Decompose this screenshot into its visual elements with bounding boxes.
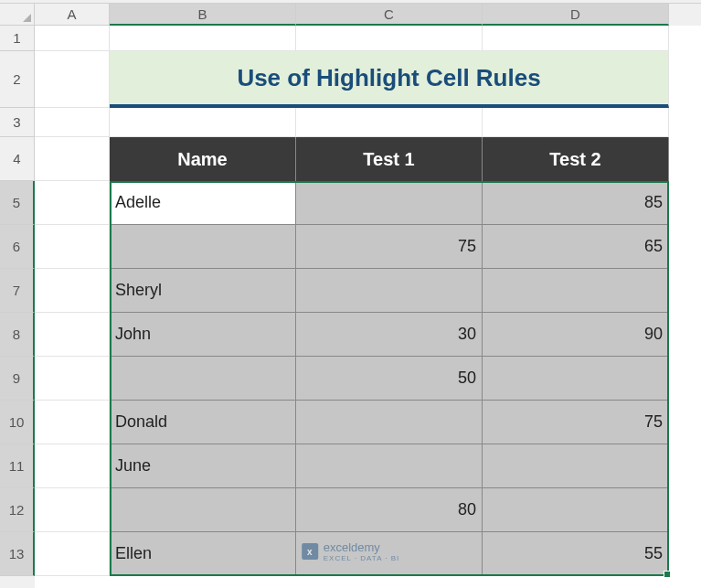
column-header-b[interactable]: B <box>110 4 296 26</box>
cell-b12[interactable] <box>110 488 296 532</box>
cell-c1[interactable] <box>296 26 483 51</box>
cell-c11[interactable] <box>296 444 483 488</box>
row-header-1[interactable]: 1 <box>0 26 35 51</box>
cell-a11[interactable] <box>35 444 110 488</box>
cell-d1[interactable] <box>483 26 669 51</box>
row-header-8[interactable]: 8 <box>0 313 35 357</box>
cell-b6[interactable] <box>110 225 296 269</box>
column-header-a[interactable]: A <box>35 4 110 26</box>
cell-c10[interactable] <box>296 401 483 444</box>
row-12: 80 <box>35 488 701 532</box>
spreadsheet: A B C D 1 2 3 4 5 6 7 8 9 10 11 12 13 <box>0 0 701 588</box>
row-13: Ellen 55 <box>35 532 701 576</box>
cell-d3[interactable] <box>483 108 669 137</box>
row-4: Name Test 1 Test 2 <box>35 137 701 181</box>
cell-c9[interactable]: 50 <box>296 357 483 401</box>
cell-a6[interactable] <box>35 225 110 269</box>
cell-a2[interactable] <box>35 51 110 108</box>
row-header-13[interactable]: 13 <box>0 532 35 576</box>
cell-d9[interactable] <box>483 357 669 401</box>
cell-b3[interactable] <box>110 108 296 137</box>
row-2: Use of Highlight Cell Rules <box>35 51 701 108</box>
cell-b10[interactable]: Donald <box>110 401 296 444</box>
cell-b5[interactable]: Adelle <box>110 181 296 225</box>
grid: Use of Highlight Cell Rules Name Test 1 … <box>35 26 701 588</box>
cell-c5[interactable] <box>296 181 483 225</box>
row-3 <box>35 108 701 137</box>
cell-a12[interactable] <box>35 488 110 532</box>
cell-a8[interactable] <box>35 313 110 357</box>
cell-d6[interactable]: 65 <box>483 225 669 269</box>
row-7: Sheryl <box>35 269 701 313</box>
header-name[interactable]: Name <box>110 137 296 181</box>
cell-c12[interactable]: 80 <box>296 488 483 532</box>
row-11: June <box>35 444 701 488</box>
row-9: 50 <box>35 357 701 401</box>
cell-a4[interactable] <box>35 137 110 181</box>
cell-d13[interactable]: 55 <box>483 532 669 576</box>
row-10: Donald 75 <box>35 401 701 444</box>
column-header-c[interactable]: C <box>296 4 483 26</box>
row-header-7[interactable]: 7 <box>0 269 35 313</box>
title-band[interactable]: Use of Highlight Cell Rules <box>110 51 669 108</box>
header-test2[interactable]: Test 2 <box>483 137 669 181</box>
cell-b11[interactable]: June <box>110 444 296 488</box>
cell-d12[interactable] <box>483 488 669 532</box>
cell-b8[interactable]: John <box>110 313 296 357</box>
row-header-3[interactable]: 3 <box>0 108 35 137</box>
cell-b13[interactable]: Ellen <box>110 532 296 576</box>
cell-c8[interactable]: 30 <box>296 313 483 357</box>
row-6: 75 65 <box>35 225 701 269</box>
cell-a3[interactable] <box>35 108 110 137</box>
row-header-6[interactable]: 6 <box>0 225 35 269</box>
row-headers: 1 2 3 4 5 6 7 8 9 10 11 12 13 <box>0 26 35 588</box>
row-5: Adelle 85 <box>35 181 701 225</box>
cell-a13[interactable] <box>35 532 110 576</box>
cell-d10[interactable]: 75 <box>483 401 669 444</box>
cell-c7[interactable] <box>296 269 483 313</box>
row-header-4[interactable]: 4 <box>0 137 35 181</box>
cell-a10[interactable] <box>35 401 110 444</box>
cell-b7[interactable]: Sheryl <box>110 269 296 313</box>
cell-d11[interactable] <box>483 444 669 488</box>
row-header-10[interactable]: 10 <box>0 401 35 444</box>
row-header-9[interactable]: 9 <box>0 357 35 401</box>
cell-b1[interactable] <box>110 26 296 51</box>
header-test1[interactable]: Test 1 <box>296 137 483 181</box>
row-header-5[interactable]: 5 <box>0 181 35 225</box>
column-headers: A B C D <box>0 4 701 26</box>
row-8: John 30 90 <box>35 313 701 357</box>
cell-d8[interactable]: 90 <box>483 313 669 357</box>
cell-c13[interactable] <box>296 532 483 576</box>
cell-a1[interactable] <box>35 26 110 51</box>
row-header-12[interactable]: 12 <box>0 488 35 532</box>
cell-c3[interactable] <box>296 108 483 137</box>
column-header-d[interactable]: D <box>483 4 669 26</box>
cell-c6[interactable]: 75 <box>296 225 483 269</box>
row-header-11[interactable]: 11 <box>0 444 35 488</box>
title-text: Use of Highlight Cell Rules <box>237 64 540 92</box>
row-1 <box>35 26 701 51</box>
row-header-2[interactable]: 2 <box>0 51 35 108</box>
cell-b9[interactable] <box>110 357 296 401</box>
cell-a5[interactable] <box>35 181 110 225</box>
select-all-corner[interactable] <box>0 4 35 26</box>
cell-a9[interactable] <box>35 357 110 401</box>
cell-d7[interactable] <box>483 269 669 313</box>
cell-a7[interactable] <box>35 269 110 313</box>
cell-d5[interactable]: 85 <box>483 181 669 225</box>
